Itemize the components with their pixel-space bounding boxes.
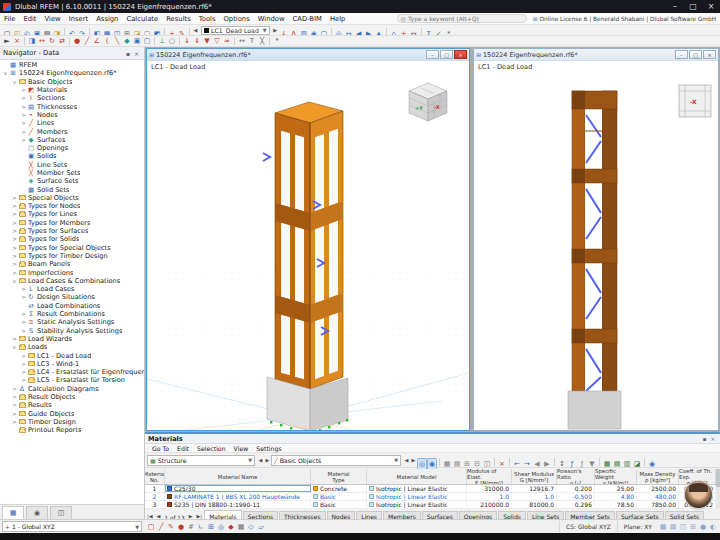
tree-item-load-cases-combinations[interactable]: vLoad Cases & Combinations [0,277,144,285]
tree-item-sections[interactable]: >ISections [0,94,144,102]
close-button[interactable]: × [702,0,720,13]
expand-icon[interactable]: > [20,129,27,135]
menu-options[interactable]: Options [219,15,253,23]
viewport1-maximize-button[interactable]: □ [440,50,453,59]
delete-row-icon[interactable]: ⊟ [472,459,482,469]
filter-icon[interactable]: ▼ [587,459,597,469]
cartesian-icon[interactable]: ⊞ [206,522,216,532]
print-table-icon[interactable]: ▤ [452,459,462,469]
new-model-icon[interactable]: ▢ [2,29,12,37]
table-cell[interactable]: 7850.00 [637,501,679,508]
table-cell[interactable]: S235 | DIN 18800-1:1990-11 [165,501,311,508]
column-right-face[interactable] [310,111,343,389]
tree-item-150224-eigenfrequenzen-rf6[interactable]: v⊞150224 Eigenfrequenzen.rf6* [0,69,144,77]
tree-item-surfaces[interactable]: >◆Surfaces [0,136,144,144]
free-load-icon[interactable]: ▽ [212,36,222,46]
material-row-1[interactable]: 1C25/30ConcreteIsotropic | Linear Elasti… [145,485,716,493]
column-header-shear-modulus[interactable]: Shear ModulusG [N/mm²] [512,469,557,484]
expand-icon[interactable]: > [20,353,27,359]
table-cell[interactable]: 0.200 [557,485,595,492]
viewport2-close-button[interactable]: × [703,50,716,59]
table-cell[interactable]: 1.0 [467,493,512,500]
table-cell[interactable]: 31000.0 [467,485,512,492]
expand-icon[interactable]: > [11,394,18,400]
background-layers-icon[interactable]: ▦ [658,522,668,532]
tree-item-result-combinations[interactable]: >ΣResult Combinations [0,310,144,318]
plane-select-icon[interactable]: ▱ [256,522,266,532]
expand-icon[interactable]: > [11,270,18,276]
new-load-icon[interactable]: + [167,29,177,37]
tree-item-types-for-solids[interactable]: >Types for Solids [0,235,144,243]
menu-calculate[interactable]: Calculate [122,15,162,23]
ods-export-icon[interactable]: ▥ [622,459,632,469]
tree-item-member-sets[interactable]: ╳Member Sets [0,169,144,177]
imperfection-icon[interactable]: ≈ [222,36,232,46]
snap-icon[interactable]: ● [176,522,186,532]
filter-next-button[interactable]: ▶ [264,457,271,463]
viewport2-canvas[interactable]: LC1 - Dead Load [474,61,718,430]
display-properties-icon[interactable]: ◩ [152,29,162,37]
edit-mode-icon[interactable]: ✎ [166,522,176,532]
navigation-cube[interactable]: +Y -X [409,83,447,121]
expand-icon[interactable]: > [20,112,27,118]
excel-export-icon[interactable]: ▦ [602,459,612,469]
column-header-material[interactable]: MaterialNo. [145,469,165,484]
pin-icon[interactable]: ▪ [124,50,132,57]
edit-columns-icon[interactable]: ◫ [482,459,492,469]
tree-item-imperfections[interactable]: >Imperfections [0,268,144,276]
tree-item-load-combinations[interactable]: ⇄Load Combinations [0,302,144,310]
show-loads-icon[interactable]: ↓ [279,29,289,37]
menu-help[interactable]: Help [326,15,350,23]
tree-item-beam-panels[interactable]: >Beam Panels [0,260,144,268]
table-cell[interactable]: 480.00 [637,493,679,500]
tree-item-types-for-surfaces[interactable]: >Types for Surfaces [0,227,144,235]
printout-report-icon[interactable]: ◨ [52,29,62,37]
objects-next-button[interactable]: ▶ [410,457,417,463]
open-cloud-icon[interactable]: ◴ [22,29,32,37]
tree-item-openings[interactable]: ▢Openings [0,144,144,152]
maximize-button[interactable]: □ [684,0,702,13]
solid-tool-icon[interactable]: ▣ [132,36,142,46]
table-cell[interactable]: RF-LAMINATE 1 | BBS XL 200 Hauptwände [165,493,311,500]
menu-insert[interactable]: Insert [65,15,93,23]
viewport2-maximize-button[interactable]: □ [689,50,702,59]
prev-table-icon[interactable]: ◀ [532,459,542,469]
tree-item-basic-objects[interactable]: vBasic Objects [0,78,144,86]
table-cell[interactable]: Isotropic | Linear Elastic [367,485,467,492]
tree-item-design-situations[interactable]: >↻Design Situations [0,293,144,301]
print-icon[interactable]: ▤ [42,29,52,37]
data-navigator-tab[interactable]: ▦ [2,506,24,519]
column-header-material[interactable]: MaterialType [311,469,367,484]
column-right-chord[interactable] [602,91,617,391]
minimize-button[interactable]: – [666,0,684,13]
table-info-icon[interactable]: ◉ [647,459,657,469]
move-icon[interactable]: ↔ [37,36,47,46]
close-panel-icon[interactable]: × [708,436,717,442]
fx-edit-icon[interactable]: ƒ [577,459,587,469]
column-header-modulus-of-elast[interactable]: Modulus of Elast.E [N/mm²] [467,469,512,484]
expand-icon[interactable]: > [20,120,27,126]
display-navigator-tab[interactable]: ◉ [26,506,48,519]
pan-icon[interactable]: ↔ [344,29,354,37]
table-vertical-scrollbar[interactable] [716,469,720,509]
show-results-icon[interactable]: ∆ [289,29,299,37]
polyline-tool-icon[interactable]: ∠ [92,36,102,46]
tree-item-members[interactable]: >╱Members [0,127,144,135]
add-row-icon[interactable]: ⊞ [462,459,472,469]
table-cell[interactable]: Concrete [311,485,367,492]
sync-selection-icon[interactable]: ◉ [427,458,437,470]
surface-tool-icon[interactable]: ◆ [122,36,132,46]
table-cell[interactable]: 2500.00 [637,485,679,492]
open-model-icon[interactable]: ◰ [12,29,22,37]
column-header-specific-weight[interactable]: Specific Weightγ [kN/m³] [595,469,637,484]
expand-icon[interactable]: > [11,195,18,201]
collapse-icon[interactable]: v [11,79,18,85]
tree-item-materials[interactable]: >◩Materials [0,86,144,94]
tree-item-result-objects[interactable]: >Result Objects [0,393,144,401]
tree-item-types-for-special-objects[interactable]: >Types for Special Objects [0,244,144,252]
next-view-icon[interactable]: ▶ [364,29,374,37]
tree-item-lc3-wind-1[interactable]: >LC3 - Wind-1 [0,360,144,368]
tree-item-stability-analysis-settings[interactable]: >SStability Analysis Settings [0,327,144,335]
object-snap-icon[interactable]: ◆ [226,522,236,532]
load-case-selector[interactable]: LC1 Dead Load ▼ [201,26,270,35]
